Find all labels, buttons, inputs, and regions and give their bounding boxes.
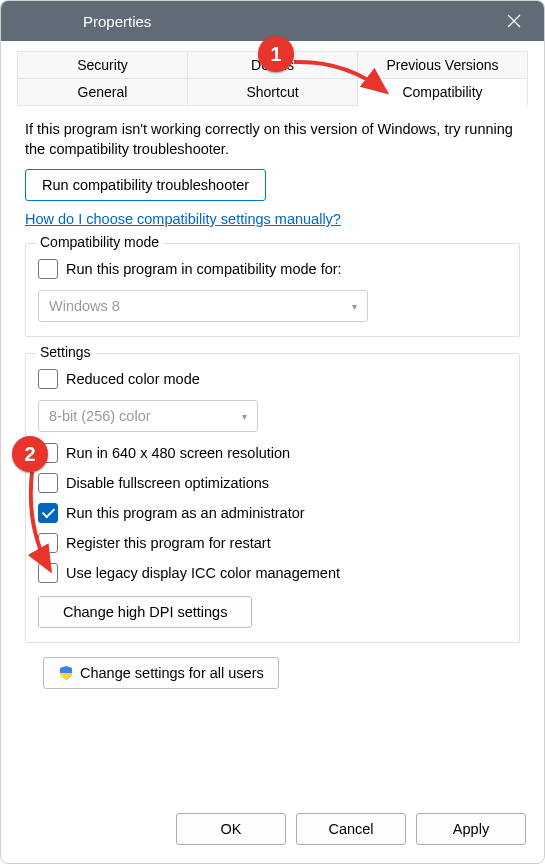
register-restart-checkbox[interactable] (38, 533, 58, 553)
group-legend: Compatibility mode (36, 234, 163, 250)
window-title: Properties (83, 13, 151, 30)
settings-group: Settings Reduced color mode 8-bit (256) … (25, 353, 520, 643)
close-button[interactable] (492, 1, 536, 41)
color-depth-select[interactable]: 8-bit (256) color ▾ (38, 400, 258, 432)
change-all-users-button[interactable]: Change settings for all users (43, 657, 279, 689)
tab-details[interactable]: Details (188, 51, 358, 78)
legacy-icc-label: Use legacy display ICC color management (66, 565, 340, 581)
tab-compatibility[interactable]: Compatibility (358, 78, 528, 106)
compatibility-mode-group: Compatibility mode Run this program in c… (25, 243, 520, 337)
run-as-admin-label: Run this program as an administrator (66, 505, 305, 521)
apply-button[interactable]: Apply (416, 813, 526, 845)
group-legend: Settings (36, 344, 95, 360)
tab-security[interactable]: Security (17, 51, 188, 78)
change-dpi-button[interactable]: Change high DPI settings (38, 596, 252, 628)
ok-button[interactable]: OK (176, 813, 286, 845)
legacy-icc-checkbox[interactable] (38, 563, 58, 583)
disable-fullscreen-checkbox[interactable] (38, 473, 58, 493)
reduced-color-checkbox[interactable] (38, 369, 58, 389)
run-640x480-checkbox[interactable] (38, 443, 58, 463)
run-as-admin-checkbox[interactable] (38, 503, 58, 523)
color-depth-value: 8-bit (256) color (49, 408, 151, 424)
reduced-color-label: Reduced color mode (66, 371, 200, 387)
tab-general[interactable]: General (17, 78, 188, 106)
titlebar: Properties (1, 1, 544, 41)
intro-text: If this program isn't working correctly … (25, 120, 520, 159)
dialog-footer: OK Cancel Apply (1, 801, 544, 863)
compat-mode-label: Run this program in compatibility mode f… (66, 261, 342, 277)
tab-strip: Security Details Previous Versions Gener… (1, 41, 544, 106)
cancel-button[interactable]: Cancel (296, 813, 406, 845)
chevron-down-icon: ▾ (242, 411, 247, 422)
compat-mode-select-value: Windows 8 (49, 298, 120, 314)
properties-dialog: Properties Security Details Previous Ver… (0, 0, 545, 864)
tab-content: If this program isn't working correctly … (1, 106, 544, 801)
disable-fullscreen-label: Disable fullscreen optimizations (66, 475, 269, 491)
compat-mode-select[interactable]: Windows 8 ▾ (38, 290, 368, 322)
close-icon (507, 14, 521, 28)
run-troubleshooter-button[interactable]: Run compatibility troubleshooter (25, 169, 266, 201)
help-link[interactable]: How do I choose compatibility settings m… (25, 211, 341, 227)
compat-mode-checkbox[interactable] (38, 259, 58, 279)
chevron-down-icon: ▾ (352, 301, 357, 312)
tab-previous-versions[interactable]: Previous Versions (358, 51, 528, 78)
run-640x480-label: Run in 640 x 480 screen resolution (66, 445, 290, 461)
register-restart-label: Register this program for restart (66, 535, 271, 551)
shield-icon (58, 665, 74, 681)
change-all-users-label: Change settings for all users (80, 665, 264, 681)
tab-shortcut[interactable]: Shortcut (188, 78, 358, 106)
